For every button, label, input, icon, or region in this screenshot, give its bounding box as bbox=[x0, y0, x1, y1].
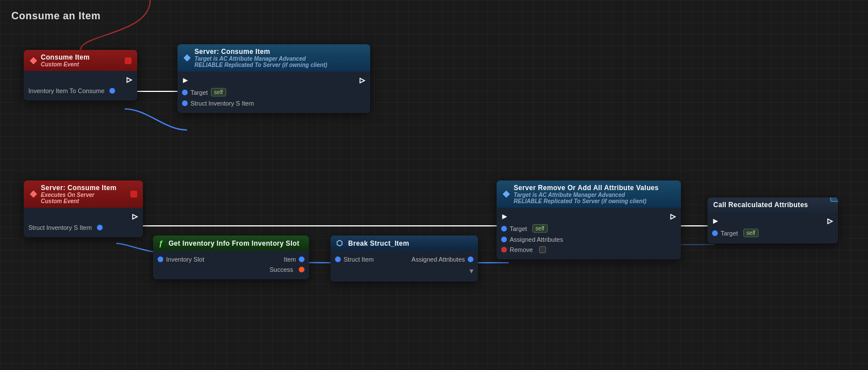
target-self-remove: self bbox=[532, 224, 548, 233]
server-remove-body: Target self Assigned Attributes Remove bbox=[497, 208, 681, 259]
remove-checkbox[interactable] bbox=[539, 246, 546, 253]
server-remove-exec-row bbox=[497, 211, 681, 222]
chevron-down-icon: ▾ bbox=[469, 266, 473, 275]
diamond-icon-3 bbox=[29, 190, 37, 198]
success-pin bbox=[299, 267, 304, 272]
struct-label-bottom: Struct Inventory S Item bbox=[28, 224, 92, 231]
svg-marker-8 bbox=[502, 215, 507, 219]
call-recalc-body: Target self bbox=[708, 212, 838, 243]
inventory-pin-label: Inventory Item To Consume bbox=[28, 87, 104, 94]
assigned-label: Assigned Attributes bbox=[412, 256, 465, 263]
server-consume-top-header: Server: Consume Item Target is AC Attrib… bbox=[177, 44, 370, 72]
server-consume-top-title: Server: Consume Item bbox=[194, 48, 327, 56]
node-server-consume-bottom: Server: Consume Item Executes On Server … bbox=[24, 180, 143, 237]
remove-label: Remove bbox=[510, 246, 533, 253]
exec-out-pin-6 bbox=[670, 213, 676, 220]
target-label-top: Target bbox=[190, 89, 208, 96]
struct-pin-top bbox=[182, 100, 188, 106]
svg-marker-11 bbox=[713, 219, 718, 224]
inventory-slot-pin bbox=[158, 257, 163, 262]
page-title: Consume an Item bbox=[11, 10, 101, 22]
diamond-icon-4 bbox=[502, 190, 510, 198]
svg-marker-2 bbox=[184, 54, 190, 61]
inventory-slot-label: Inventory Slot bbox=[166, 256, 204, 263]
item-out-pin bbox=[299, 257, 304, 262]
target-pin-top bbox=[182, 90, 188, 95]
inventory-out-pin bbox=[109, 88, 115, 94]
struct-item-pin bbox=[335, 257, 341, 262]
server-remove-sub2: RELIABLE Replicated To Server (if owning… bbox=[514, 198, 659, 204]
target-pin-recalc bbox=[712, 230, 718, 236]
assigned-row-remove: Assigned Attributes bbox=[497, 234, 681, 245]
svg-marker-5 bbox=[30, 191, 37, 197]
call-recalc-exec-row bbox=[708, 216, 838, 227]
svg-marker-6 bbox=[133, 215, 137, 219]
struct-row-bottom: Struct Inventory S Item bbox=[24, 222, 143, 233]
struct-row-top: Struct Inventory S Item bbox=[177, 98, 370, 108]
exec-in-pin-2 bbox=[182, 77, 189, 84]
call-recalc-header: Call Recalculated Attributes bbox=[708, 197, 838, 212]
server-consume-bottom-sub2: Custom Event bbox=[41, 198, 116, 204]
diamond-icon bbox=[29, 57, 37, 65]
target-self-recalc: self bbox=[743, 229, 759, 237]
get-inventory-title: Get Inventory Info From Inventory Slot bbox=[168, 239, 299, 247]
svg-marker-3 bbox=[183, 78, 188, 83]
struct-assigned-row: Struct Item Assigned Attributes bbox=[331, 254, 478, 264]
server-consume-top-sub2: RELIABLE Replicated To Server (if owning… bbox=[194, 62, 327, 68]
break-struct-header: ⬡ Break Struct_Item bbox=[331, 236, 478, 251]
exec-in-pin-7 bbox=[712, 218, 719, 225]
struct-item-label: Struct Item bbox=[344, 256, 374, 263]
consume-event-title: Consume Item bbox=[41, 53, 90, 61]
server-consume-bottom-body: Struct Inventory S Item bbox=[24, 208, 143, 237]
break-icon: ⬡ bbox=[336, 239, 342, 247]
target-pin-remove bbox=[501, 226, 507, 232]
remove-pin bbox=[501, 247, 507, 253]
target-label-recalc: Target bbox=[721, 230, 738, 237]
assigned-out-pin bbox=[468, 257, 473, 262]
get-inventory-body: Inventory Slot Item Success bbox=[153, 251, 309, 279]
server-consume-bottom-title: Server: Consume Item bbox=[41, 184, 116, 192]
target-row-remove: Target self bbox=[497, 222, 681, 234]
target-label-remove: Target bbox=[510, 225, 527, 232]
node-get-inventory: ƒ Get Inventory Info From Inventory Slot… bbox=[153, 236, 309, 279]
node-consume-event-header: Consume Item Custom Event bbox=[24, 50, 137, 71]
target-row-recalc: Target self bbox=[708, 227, 838, 239]
success-label: Success bbox=[269, 266, 293, 273]
node-server-consume-top: Server: Consume Item Target is AC Attrib… bbox=[177, 44, 370, 113]
server-consume-bottom-header: Server: Consume Item Executes On Server … bbox=[24, 180, 143, 208]
inventory-slot-item-row: Inventory Slot Item bbox=[153, 254, 309, 264]
exec-out-pin-7 bbox=[827, 218, 833, 225]
exec-out-pin-2 bbox=[359, 77, 366, 84]
target-self-top: self bbox=[211, 88, 227, 96]
item-label: Item bbox=[284, 256, 296, 263]
svg-marker-4 bbox=[360, 78, 365, 83]
node-server-remove: Server Remove Or Add All Attribute Value… bbox=[497, 180, 681, 259]
node-break-struct: ⬡ Break Struct_Item Struct Item Assigned… bbox=[331, 236, 478, 281]
call-recalc-title: Call Recalculated Attributes bbox=[713, 201, 808, 209]
exec-out-pin-3 bbox=[132, 213, 138, 220]
red-square-badge-2 bbox=[130, 191, 137, 197]
server-consume-top-body: Target self Struct Inventory S Item bbox=[177, 72, 370, 113]
success-row: Success bbox=[153, 264, 309, 275]
inventory-pin-row: Inventory Item To Consume bbox=[24, 86, 137, 96]
server-remove-sub1: Target is AC Attribute Manager Advanced bbox=[514, 192, 659, 198]
bottom-exec-row bbox=[24, 211, 143, 222]
struct-label-top: Struct Inventory S Item bbox=[190, 100, 254, 107]
exec-out-row bbox=[24, 74, 137, 86]
red-square-badge bbox=[125, 57, 132, 64]
exec-in-pin-6 bbox=[501, 213, 508, 220]
server-consume-top-sub1: Target is AC Attribute Manager Advanced bbox=[194, 56, 327, 62]
target-row-top: Target self bbox=[177, 86, 370, 98]
exec-out-pin bbox=[126, 77, 133, 83]
server-top-exec-row bbox=[177, 75, 370, 86]
server-remove-header: Server Remove Or Add All Attribute Value… bbox=[497, 180, 681, 208]
consume-event-subtitle: Custom Event bbox=[41, 61, 90, 68]
svg-marker-12 bbox=[828, 219, 832, 224]
get-inventory-header: ƒ Get Inventory Info From Inventory Slot bbox=[153, 236, 309, 251]
svg-marker-0 bbox=[30, 57, 37, 64]
svg-marker-1 bbox=[127, 78, 132, 82]
svg-marker-9 bbox=[671, 215, 675, 219]
function-icon: ƒ bbox=[159, 239, 163, 247]
break-struct-body: Struct Item Assigned Attributes ▾ bbox=[331, 251, 478, 281]
assigned-label-remove: Assigned Attributes bbox=[510, 236, 563, 243]
